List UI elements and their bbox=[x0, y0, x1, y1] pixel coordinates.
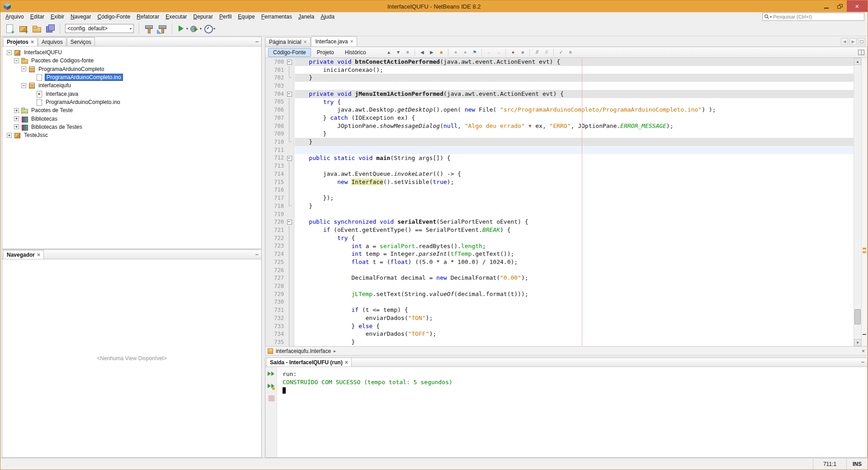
rerun-icon[interactable] bbox=[267, 370, 275, 378]
gutter-row[interactable]: 714 bbox=[265, 170, 294, 178]
tree-item-pacotes-de-c-digos-fonte[interactable]: Pacotes de Códigos-fonte bbox=[2, 56, 261, 65]
insert-code-icon[interactable]: ✓ bbox=[557, 48, 565, 56]
gutter-row[interactable]: 706 bbox=[265, 106, 294, 114]
build-project-button[interactable] bbox=[142, 22, 155, 35]
uncomment-icon[interactable]: // bbox=[542, 48, 551, 56]
menu-navegar[interactable]: Navegar bbox=[67, 13, 94, 21]
warning-mark[interactable] bbox=[863, 251, 866, 253]
run-project-button[interactable]: ▾ bbox=[175, 22, 188, 35]
menu-equipe[interactable]: Equipe bbox=[235, 13, 258, 21]
code-line-706[interactable]: java.awt.Desktop.getDesktop().open( new … bbox=[295, 106, 854, 114]
menu-c-digo-fonte[interactable]: Código-Fonte bbox=[94, 13, 133, 21]
tab-saida[interactable]: Saída - InterfaceIQUFU (run) × bbox=[266, 357, 352, 367]
menu-ajuda[interactable]: Ajuda bbox=[317, 13, 338, 21]
new-file-button[interactable] bbox=[3, 22, 16, 35]
gutter-row[interactable]: 702 bbox=[265, 74, 294, 82]
minimize-panel-button[interactable]: − bbox=[861, 359, 864, 366]
code-line-733[interactable]: } else { bbox=[295, 322, 854, 330]
comment-icon[interactable]: // bbox=[533, 48, 541, 56]
scroll-tabs-left-button[interactable]: ◀ bbox=[841, 38, 848, 45]
close-icon[interactable]: × bbox=[862, 348, 865, 354]
new-project-button[interactable] bbox=[17, 22, 29, 35]
code-lines[interactable]: private void btnConectActionPerformed(ja… bbox=[295, 58, 854, 346]
tree-item-bibliotecas[interactable]: Bibliotecas bbox=[2, 114, 261, 122]
menu-janela[interactable]: Janela bbox=[295, 13, 317, 21]
tree-item-testejssc[interactable]: TesteJssc bbox=[2, 131, 261, 139]
gutter-row[interactable]: 735 bbox=[265, 338, 294, 346]
minimize-panel-button[interactable]: − bbox=[255, 38, 259, 45]
clean-build-project-button[interactable] bbox=[156, 22, 169, 35]
gutter-row[interactable]: 732 bbox=[265, 314, 294, 322]
gutter-row[interactable]: 715 bbox=[265, 178, 294, 186]
gutter-row[interactable]: 701 bbox=[265, 66, 294, 74]
restore-button[interactable] bbox=[833, 0, 847, 12]
tree-item-programaarduinocompleto-ino[interactable]: ProgramaArduinoCompleto.ino bbox=[2, 73, 261, 81]
minus-expander-icon[interactable] bbox=[21, 83, 26, 88]
gutter-row[interactable]: 722 bbox=[265, 234, 294, 242]
code-line-712[interactable]: public static void main(String args[]) { bbox=[295, 154, 854, 162]
code-line-714[interactable]: java.awt.EventQueue.invokeLater(() -> { bbox=[295, 170, 854, 178]
code-line-721[interactable]: if (oEvent.getEventType() == SerialPortE… bbox=[295, 226, 854, 234]
scrollbar-thumb[interactable] bbox=[854, 309, 861, 324]
code-line-708[interactable]: JOptionPane.showMessageDialog(null, "Alg… bbox=[295, 122, 854, 130]
code-line-701[interactable]: iniciarConexao(); bbox=[295, 66, 854, 74]
next-bookmark-icon[interactable]: » bbox=[461, 48, 469, 56]
back-icon[interactable]: ← bbox=[485, 48, 493, 56]
plus-expander-icon[interactable] bbox=[14, 124, 19, 129]
fold-collapse-icon[interactable] bbox=[285, 218, 293, 226]
gutter[interactable]: 7007017027037047057067077087097107117127… bbox=[265, 58, 294, 346]
tree-item-bibliotecas-de-testes[interactable]: Bibliotecas de Testes bbox=[2, 123, 261, 131]
minus-expander-icon[interactable] bbox=[7, 50, 12, 55]
warning-mark[interactable] bbox=[863, 248, 866, 249]
gutter-row[interactable]: 734 bbox=[265, 330, 294, 338]
menu-perfil[interactable]: Perfil bbox=[216, 13, 235, 21]
gutter-row[interactable]: 707 bbox=[265, 114, 294, 122]
close-icon[interactable]: × bbox=[37, 252, 40, 258]
error-stripe[interactable] bbox=[861, 58, 867, 346]
code-line-723[interactable]: int a = serialPort.readBytes().length; bbox=[295, 242, 854, 250]
tree-item-interfaceiqufu[interactable]: InterfaceIQUFU bbox=[2, 48, 261, 56]
config-select[interactable]: <config. default>▾ bbox=[65, 24, 134, 33]
format-icon[interactable]: ≡ bbox=[566, 48, 575, 56]
record-macro-icon[interactable]: ● bbox=[509, 48, 517, 56]
gutter-row[interactable]: 713 bbox=[265, 162, 294, 170]
previous-bookmark-icon[interactable]: « bbox=[451, 48, 460, 56]
highlight-occurrences-icon[interactable]: ■ bbox=[437, 48, 445, 56]
quick-search[interactable]: ▾ Pesquisar (Ctrl+I) bbox=[762, 13, 864, 21]
code-line-724[interactable]: int temp = Integer.parseInt(tfTemp.getTe… bbox=[295, 250, 854, 258]
maximize-editor-button[interactable] bbox=[858, 38, 865, 45]
scroll-tabs-right-button[interactable]: ▶ bbox=[849, 38, 857, 45]
tab-navegador[interactable]: Navegador × bbox=[3, 250, 44, 259]
close-icon[interactable]: × bbox=[345, 360, 348, 365]
code-line-722[interactable]: try { bbox=[295, 234, 854, 242]
gutter-row[interactable]: 729 bbox=[265, 290, 294, 298]
fold-collapse-icon[interactable] bbox=[285, 90, 293, 98]
minimize-panel-button[interactable]: − bbox=[255, 251, 259, 258]
tree-item-programaarduinocompleto-ino[interactable]: ProgramaArduinoCompleto.ino bbox=[2, 98, 261, 106]
plus-expander-icon[interactable] bbox=[14, 108, 19, 113]
tree-item-interface-java[interactable]: Interface.java bbox=[2, 89, 261, 98]
fold-collapse-icon[interactable] bbox=[285, 154, 293, 162]
code-line-735[interactable]: } bbox=[295, 338, 854, 346]
code-line-717[interactable]: }); bbox=[295, 194, 854, 202]
profile-project-button[interactable]: ▾ bbox=[203, 22, 215, 35]
code-line-718[interactable]: } bbox=[295, 202, 854, 210]
code-line-705[interactable]: try { bbox=[295, 98, 854, 106]
code-line-711[interactable] bbox=[295, 146, 854, 154]
code-line-700[interactable]: private void btnConectActionPerformed(ja… bbox=[295, 58, 854, 66]
forward-icon[interactable]: → bbox=[494, 48, 503, 56]
plus-expander-icon[interactable] bbox=[7, 133, 12, 138]
code-line-719[interactable] bbox=[295, 210, 854, 218]
previous-occurrence-icon[interactable]: ◀ bbox=[418, 48, 426, 56]
output-text[interactable]: run:CONSTRUÍDO COM SUCESSO (tempo total:… bbox=[277, 367, 867, 457]
history-view-button[interactable]: Histórico bbox=[340, 48, 371, 57]
tab-arquivos[interactable]: Arquivos bbox=[38, 37, 66, 46]
menu-arquivo[interactable]: Arquivo bbox=[2, 13, 27, 21]
gutter-row[interactable]: 720 bbox=[265, 218, 294, 226]
code-line-709[interactable]: } bbox=[295, 130, 854, 138]
gutter-row[interactable]: 721 bbox=[265, 226, 294, 234]
code-line-713[interactable] bbox=[295, 162, 854, 170]
code-line-728[interactable] bbox=[295, 282, 854, 290]
close-button[interactable]: × bbox=[847, 0, 868, 12]
tab-servicos[interactable]: Serviços bbox=[67, 37, 95, 46]
